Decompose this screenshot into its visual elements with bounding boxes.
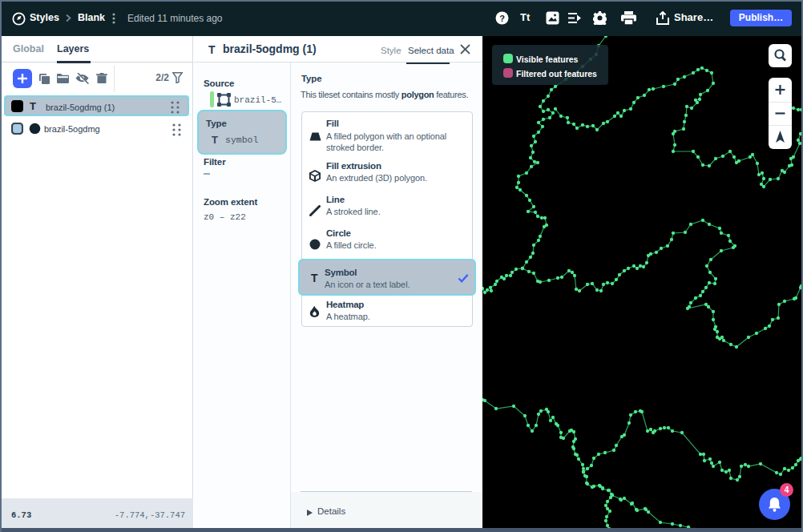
svg-text:?: ? — [499, 14, 505, 23]
